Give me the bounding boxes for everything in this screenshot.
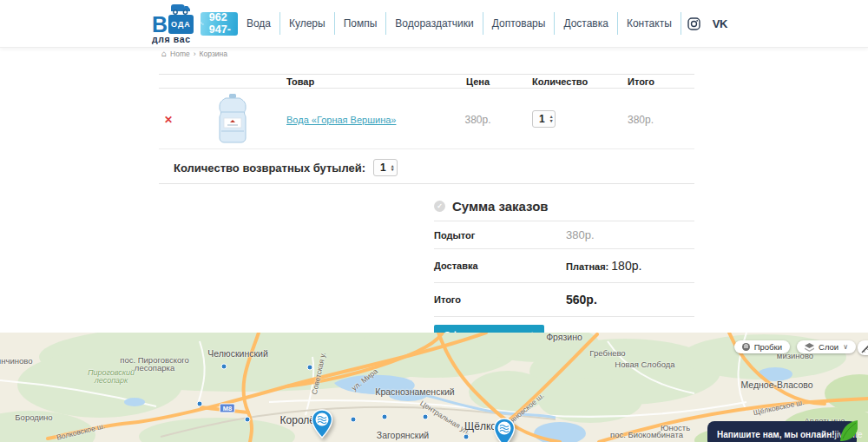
breadcrumb-home-link[interactable]: Home xyxy=(170,49,190,58)
subtotal-label: Подытог xyxy=(434,230,566,241)
quantity-stepper[interactable]: 1 ▴▾ xyxy=(532,110,556,128)
breadcrumb: ⌂ Home › Корзина xyxy=(161,49,227,58)
delivery-map[interactable]: лянчиново пос. Пироговского лесопарка Пи… xyxy=(0,333,868,442)
logo-letter: В xyxy=(152,16,168,32)
phone-icon xyxy=(201,18,204,29)
total-label: Итого xyxy=(434,294,566,305)
main-nav: Вода Кулеры Помпы Водораздатчики Доптова… xyxy=(238,12,733,35)
layers-icon xyxy=(805,343,814,352)
map-label: Челюскинский xyxy=(207,348,268,359)
map-label: Краснознаменский xyxy=(375,386,454,397)
returnable-bottles-value: 1 xyxy=(380,162,386,174)
logo-wordmark: В ода xyxy=(152,15,194,34)
logo-letters: ода xyxy=(168,15,194,34)
cart-table: Товар Цена Количество Итого ✕ Вода «Горн… xyxy=(159,74,694,149)
summary-title: Сумма заказов xyxy=(452,199,549,214)
returnable-bottles-row: Количество возвратных бутылей: 1 ▴▾ xyxy=(174,159,398,176)
product-image xyxy=(194,93,272,145)
nav-item-pompy[interactable]: Помпы xyxy=(335,17,386,30)
map-label: Фрязино xyxy=(546,333,582,342)
quantity-value: 1 xyxy=(539,113,545,125)
total-value: 560р. xyxy=(566,293,597,307)
nav-item-kontakty[interactable]: Контакты xyxy=(618,17,681,30)
map-label: лесопарка xyxy=(135,363,174,373)
order-summary: ✓ Сумма заказов Подытог 380р. Доставка П… xyxy=(434,199,694,345)
breadcrumb-current: Корзина xyxy=(200,49,227,58)
stepper-arrows-icon[interactable]: ▴▾ xyxy=(391,164,394,172)
store-location-pin-korolev[interactable] xyxy=(311,409,333,439)
subtotal-row: Подытог 380р. xyxy=(434,221,694,248)
map-label: лесопарк xyxy=(95,376,128,385)
map-label: Бородино xyxy=(15,412,52,422)
map-controls: Пробки Слои ∨ xyxy=(734,340,856,353)
map-label: пос. Биокомбината xyxy=(610,430,683,439)
traffic-icon xyxy=(742,343,750,351)
delivery-type: Платная: xyxy=(566,261,608,272)
highway-badge: М8 xyxy=(220,404,235,413)
nav-item-doptovary[interactable]: Доптовары xyxy=(483,17,555,30)
map-label: Медное-Власово xyxy=(740,379,812,390)
logo[interactable]: В ода для вас xyxy=(152,3,194,44)
leaf-icon xyxy=(838,420,858,441)
delivery-row: Доставка Платная: 180р. xyxy=(434,248,694,282)
chat-message: Напишите нам, мы онлайн! xyxy=(717,430,835,439)
map-label: Загорянский xyxy=(377,430,429,440)
col-total: Итого xyxy=(602,76,694,87)
site-header: В ода для вас +7 962 947-77-22 Вода Куле… xyxy=(0,0,868,48)
delivery-value: 180р. xyxy=(611,259,641,273)
ruler-button[interactable] xyxy=(858,340,868,355)
map-label: лянчиново xyxy=(0,356,32,366)
nav-item-voda[interactable]: Вода xyxy=(238,17,279,30)
truck-icon xyxy=(169,3,192,15)
cart-row: ✕ Вода «Горная Вершина» 380р. 1 ▴▾ xyxy=(159,89,694,149)
subtotal-value: 380р. xyxy=(566,228,595,241)
layers-button[interactable]: Слои ∨ xyxy=(797,340,856,353)
returnable-bottles-stepper[interactable]: 1 ▴▾ xyxy=(373,159,397,176)
check-circle-icon: ✓ xyxy=(434,201,445,212)
product-link[interactable]: Вода «Горная Вершина» xyxy=(286,115,396,125)
nav-item-kulery[interactable]: Кулеры xyxy=(280,17,334,30)
home-icon: ⌂ xyxy=(161,50,167,57)
col-price: Цена xyxy=(441,76,515,87)
map-label: Гребнево xyxy=(589,348,625,358)
chat-widget[interactable]: Напишите нам, мы онлайн! jivosite xyxy=(707,421,857,442)
water-bottle-image xyxy=(213,93,253,145)
phone-number: +7 962 947-77-22 xyxy=(209,0,238,48)
vk-label: VK xyxy=(713,17,727,30)
stepper-arrows-icon[interactable]: ▴▾ xyxy=(550,115,553,122)
chevron-down-icon: ∨ xyxy=(843,343,848,351)
store-location-pin-shchelkovo[interactable] xyxy=(493,418,516,442)
vk-icon[interactable]: VK xyxy=(707,17,733,30)
summary-title-row: ✓ Сумма заказов xyxy=(434,199,694,214)
nav-item-dostavka[interactable]: Доставка xyxy=(555,17,617,30)
total-row: Итого 560р. xyxy=(434,282,694,316)
phone-button[interactable]: +7 962 947-77-22 xyxy=(201,12,238,36)
map-label: Новая Слобода xyxy=(615,360,674,369)
nav-item-vodorazdatchiki[interactable]: Водораздатчики xyxy=(386,17,482,30)
ruler-icon xyxy=(861,343,868,353)
traffic-button[interactable]: Пробки xyxy=(734,340,790,353)
breadcrumb-separator: › xyxy=(194,49,196,58)
cart-table-header: Товар Цена Количество Итого xyxy=(159,74,694,89)
logo-tagline: для вас xyxy=(152,34,194,44)
col-qty: Количество xyxy=(515,76,602,87)
item-total: 380р. xyxy=(628,114,654,126)
divider xyxy=(159,183,694,184)
instagram-icon[interactable] xyxy=(681,17,707,30)
remove-item-button[interactable]: ✕ xyxy=(164,114,173,126)
col-product: Товар xyxy=(272,76,441,87)
returnable-bottles-label: Количество возвратных бутылей: xyxy=(174,162,365,175)
item-price: 380р. xyxy=(464,114,490,126)
delivery-label: Доставка xyxy=(434,261,566,271)
